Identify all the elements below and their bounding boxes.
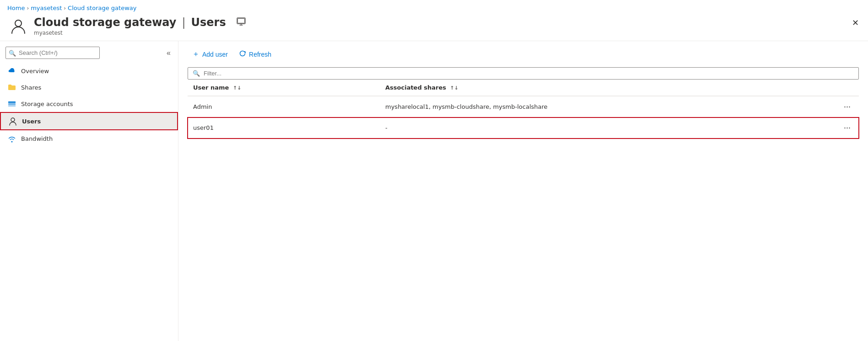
content-layout: 🔍 « Overview (0, 41, 868, 341)
sidebar-item-overview-label: Overview (21, 68, 49, 75)
row-actions-cell: ··· (831, 96, 859, 117)
svg-rect-3 (8, 101, 16, 103)
sidebar-search-bar: 🔍 « (5, 47, 173, 59)
person-icon (10, 18, 27, 34)
toolbar: ＋ Add user Refresh (188, 47, 859, 62)
users-table: User name ↑↓ Associated shares ↑↓ (188, 80, 859, 139)
svg-rect-4 (8, 103, 16, 105)
svg-point-6 (11, 118, 15, 122)
table-header-row: User name ↑↓ Associated shares ↑↓ (188, 80, 859, 96)
table-icon (7, 99, 16, 108)
page-container: Home › myasetest › Cloud storage gateway… (0, 0, 868, 341)
sidebar-item-shares-label: Shares (21, 84, 41, 91)
svg-rect-5 (8, 105, 16, 107)
filter-bar: 🔍 (188, 67, 859, 80)
filter-search-icon: 🔍 (193, 70, 200, 77)
feedback-icon[interactable] (236, 16, 246, 28)
refresh-label: Refresh (249, 51, 271, 58)
add-user-button[interactable]: ＋ Add user (188, 47, 232, 62)
breadcrumb: Home › myasetest › Cloud storage gateway (0, 0, 868, 13)
add-user-label: Add user (202, 51, 228, 58)
breadcrumb-myasetest[interactable]: myasetest (31, 5, 62, 11)
close-button[interactable]: ✕ (852, 18, 859, 28)
svg-point-0 (15, 20, 22, 27)
page-title: Cloud storage gateway | Users (34, 16, 246, 29)
row-ellipsis-button[interactable]: ··· (841, 101, 853, 112)
breadcrumb-home[interactable]: Home (7, 5, 25, 11)
search-wrapper: 🔍 (5, 47, 163, 59)
col-header-associated-shares[interactable]: Associated shares ↑↓ (380, 80, 831, 96)
associated-shares-cell: - (380, 117, 831, 139)
collapse-sidebar-button[interactable]: « (165, 47, 173, 59)
breadcrumb-sep1: › (27, 5, 29, 11)
gateway-name: Cloud storage gateway (34, 16, 176, 29)
username-sort-icon[interactable]: ↑↓ (233, 85, 241, 91)
breadcrumb-sep2: › (64, 5, 66, 11)
refresh-icon (239, 50, 246, 59)
sidebar: 🔍 « Overview (0, 41, 178, 341)
sidebar-item-bandwidth-label: Bandwidth (21, 135, 53, 142)
refresh-button[interactable]: Refresh (234, 47, 276, 61)
table-row[interactable]: user01 - ··· (188, 117, 859, 139)
section-name: Users (191, 16, 226, 29)
page-subtitle: myasetest (34, 30, 246, 36)
cloud-icon (7, 66, 16, 75)
plus-icon: ＋ (192, 49, 199, 59)
title-separator: | (182, 16, 185, 29)
username-cell: user01 (188, 117, 380, 139)
breadcrumb-current[interactable]: Cloud storage gateway (68, 5, 136, 11)
row-ellipsis-button[interactable]: ··· (841, 122, 853, 133)
svg-rect-2 (237, 19, 244, 23)
page-header: Cloud storage gateway | Users myasetest … (0, 13, 868, 41)
header-title-group: Cloud storage gateway | Users myasetest (34, 16, 246, 36)
search-icon: 🔍 (9, 49, 16, 56)
filter-input[interactable] (204, 70, 854, 77)
sidebar-item-shares[interactable]: Shares (0, 79, 178, 96)
col-header-actions (831, 80, 859, 96)
folder-icon (7, 83, 16, 92)
header-icon (7, 15, 29, 37)
sidebar-item-users[interactable]: Users (0, 112, 178, 130)
col-header-username[interactable]: User name ↑↓ (188, 80, 380, 96)
sidebar-item-storage-accounts-label: Storage accounts (21, 101, 73, 107)
sidebar-item-bandwidth[interactable]: Bandwidth (0, 130, 178, 147)
sidebar-item-overview[interactable]: Overview (0, 63, 178, 79)
row-actions-cell: ··· (831, 117, 859, 139)
user-icon (8, 117, 17, 126)
shares-sort-icon[interactable]: ↑↓ (450, 85, 458, 91)
main-content: ＋ Add user Refresh 🔍 (178, 41, 868, 341)
sidebar-item-storage-accounts[interactable]: Storage accounts (0, 96, 178, 112)
table-row[interactable]: Admin mysharelocal1, mysmb-cloudshare, m… (188, 96, 859, 117)
search-input[interactable] (5, 47, 100, 59)
table-wrapper: User name ↑↓ Associated shares ↑↓ (188, 80, 859, 139)
wifi-icon (7, 134, 16, 143)
username-cell: Admin (188, 96, 380, 117)
sidebar-item-users-label: Users (22, 118, 41, 125)
associated-shares-cell: mysharelocal1, mysmb-cloudshare, mysmb-l… (380, 96, 831, 117)
